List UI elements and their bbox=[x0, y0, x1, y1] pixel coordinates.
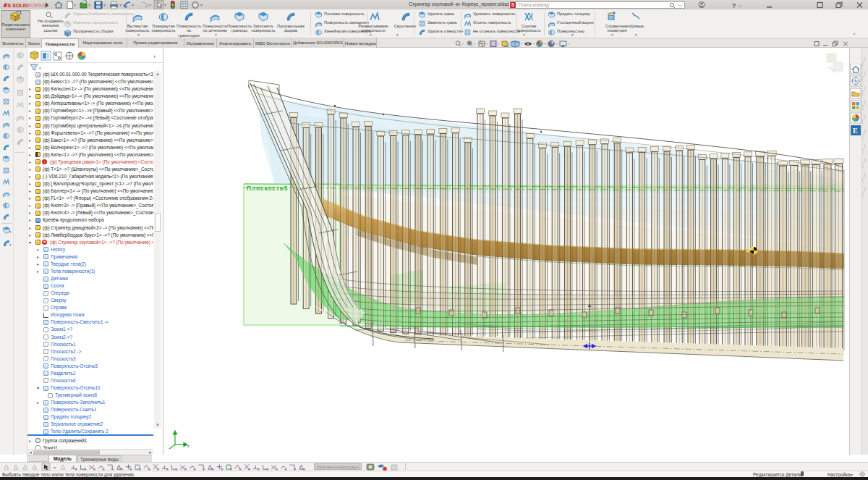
svg-text:▾: ▾ bbox=[164, 3, 166, 7]
svg-text:E: E bbox=[853, 127, 858, 135]
svg-text:▾: ▾ bbox=[119, 3, 122, 7]
svg-text:▾: ▾ bbox=[200, 3, 203, 7]
svg-text:S: S bbox=[7, 2, 12, 9]
svg-text:Плоскость5: Плоскость5 bbox=[247, 185, 288, 192]
svg-text:▾: ▾ bbox=[149, 3, 151, 7]
svg-text:▾: ▾ bbox=[88, 3, 90, 7]
svg-text:?: ? bbox=[732, 2, 736, 9]
svg-text:WORKS: WORKS bbox=[27, 2, 46, 9]
svg-text:▾: ▾ bbox=[486, 42, 488, 46]
svg-text:▾: ▾ bbox=[533, 42, 535, 46]
svg-text:▾: ▾ bbox=[74, 3, 76, 7]
svg-text:z: z bbox=[187, 444, 190, 448]
svg-text:▾: ▾ bbox=[521, 42, 522, 46]
svg-text:▾: ▾ bbox=[103, 3, 106, 7]
svg-text:›: › bbox=[153, 53, 156, 60]
svg-text:▾: ▾ bbox=[54, 466, 56, 470]
svg-text:▾: ▾ bbox=[568, 42, 569, 46]
svg-text:▾: ▾ bbox=[545, 42, 546, 46]
svg-text:▾: ▾ bbox=[556, 42, 558, 46]
svg-text:▾: ▾ bbox=[132, 3, 134, 7]
svg-text:▾: ▾ bbox=[498, 42, 499, 46]
svg-text:▾: ▾ bbox=[474, 42, 475, 46]
svg-text:▾: ▾ bbox=[462, 42, 464, 46]
